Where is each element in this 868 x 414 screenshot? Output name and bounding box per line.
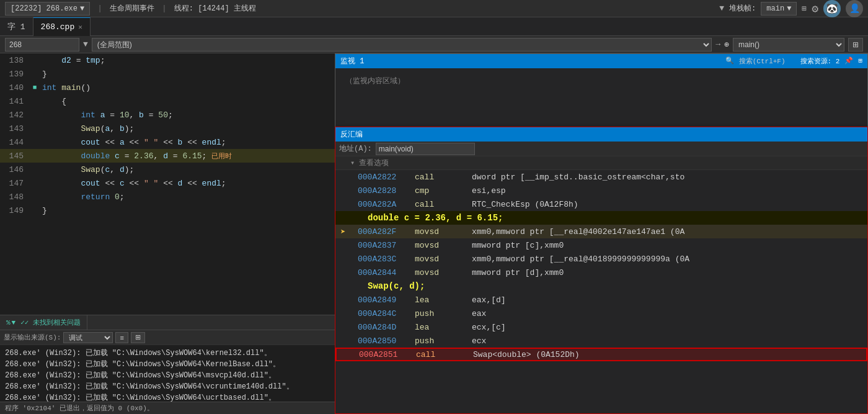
- line-num-141: 141: [0, 97, 30, 106]
- disasm-operand-9: eax: [472, 309, 862, 318]
- disasm-line-6: 000A283C movsd xmm0,mmword ptr [__real@4…: [335, 252, 867, 266]
- disasm-addr-2: 000A2828: [358, 186, 407, 196]
- line-content-144: cout << a << " " << b << endl;: [40, 138, 226, 147]
- disasm-op-7: movsd: [415, 268, 464, 277]
- view-options-arrow: ▾: [350, 159, 355, 168]
- process-dropdown-icon: ▼: [80, 4, 84, 13]
- disasm-line-9: 000A284C push eax: [335, 307, 867, 320]
- code-line-143: 143 Swap(a, b);: [0, 122, 335, 135]
- disasm-source-line-swap: Swap(c, d);: [335, 279, 867, 293]
- right-panel: 监视 1 🔍 搜索(Ctrl+F) 搜索资源: 2 📌 ⊞ （监视内容区域） 反…: [335, 53, 868, 414]
- toolbar2: ▼ (全局范围) → ⊕ main() ⊞: [0, 36, 868, 53]
- watch-search-placeholder: 搜索(Ctrl+F): [739, 56, 786, 66]
- disasm-line-10: 000A284D lea ecx,[c]: [335, 320, 867, 334]
- code-line-139: 139 }: [0, 67, 335, 81]
- scope-combo[interactable]: (全局范围): [92, 38, 712, 52]
- disasm-addr-11: 000A2850: [358, 336, 407, 346]
- code-line-142: 142 int a = 10, b = 50;: [0, 108, 335, 122]
- gear-icon[interactable]: ⚙: [812, 2, 818, 16]
- disasm-line-7: 000A2844 movsd mmword ptr [d],xmm0: [335, 266, 867, 279]
- no-issues-icon: ✓: [20, 318, 25, 326]
- process-selector[interactable]: [22232] 268.exe ▼: [5, 2, 90, 16]
- disasm-addr-4: 000A282F: [358, 227, 407, 236]
- disasm-op-9: push: [415, 309, 464, 318]
- watch-title: 监视 1 🔍 搜索(Ctrl+F) 搜索资源: 2 📌 ⊞: [335, 54, 867, 68]
- output-btn2[interactable]: ⊞: [131, 332, 145, 343]
- output-toolbar: 显示输出来源(S): 调试 ≡ ⊞: [0, 330, 335, 345]
- watch-tab-label[interactable]: 搜索资源: 2: [800, 56, 840, 66]
- disasm-operand-5: mmword ptr [c],xmm0: [472, 241, 862, 250]
- disasm-operand-8: eax,[d]: [472, 295, 862, 305]
- top-toolbar: [22232] 268.exe ▼ | 生命周期事件 | 线程: [14244]…: [0, 0, 868, 17]
- status-bar: 程序 '0x2104' 已退出，返回值为 0 (0x0)。: [0, 402, 335, 414]
- disasm-operand-7: mmword ptr [d],xmm0: [472, 268, 862, 277]
- no-issues-text: ✓ 未找到相关问题: [25, 318, 81, 327]
- output-panel: % ▼ ✓ ✓ 未找到相关问题 显示输出来源(S): 调试 ≡ ⊞ 268.ex…: [0, 315, 335, 414]
- disasm-arrow-icon: ➤: [340, 227, 350, 237]
- watch-pin-icon[interactable]: 📌: [844, 56, 853, 66]
- disasm-operand-11: ecx: [472, 336, 862, 346]
- output-tab-status: % ▼ ✓ ✓ 未找到相关问题: [0, 315, 87, 330]
- output-line-1: 268.exe' (Win32): 已加载 "C:\Windows\SysWOW…: [5, 348, 330, 359]
- watch-search-icon[interactable]: 🔍: [725, 56, 734, 66]
- disasm-op-10: lea: [415, 323, 464, 332]
- line-content-141: {: [40, 97, 66, 106]
- file-input[interactable]: [5, 38, 79, 52]
- code-line-138: 138 d2 = tmp;: [0, 53, 335, 67]
- disasm-addr-7: 000A2844: [358, 268, 407, 277]
- line-content-149: }: [40, 206, 47, 215]
- disasm-title-label: 反汇编: [340, 129, 363, 140]
- watch-title-label: 监视 1: [340, 56, 364, 66]
- line-content-146: Swap(c, d);: [40, 165, 134, 174]
- disasm-line-11: 000A2850 push ecx: [335, 334, 867, 348]
- status-dropdown[interactable]: ▼: [12, 319, 16, 326]
- disasm-title: 反汇编: [335, 127, 867, 142]
- disasm-op-3: call: [415, 200, 464, 209]
- line-num-139: 139: [0, 70, 30, 79]
- disasm-source-text-swap: Swap(c, d);: [368, 281, 425, 291]
- disasm-addr-6: 000A283C: [358, 254, 407, 264]
- tab-268cpp-close[interactable]: ✕: [78, 23, 82, 31]
- code-panel: 138 d2 = tmp; 139 } 140 ■ int main() 141: [0, 53, 335, 414]
- disasm-line-3: 000A282A call RTC_CheckEsp (0A12F8h): [335, 197, 867, 211]
- disasm-operand-2: esi,esp: [472, 186, 862, 196]
- disasm-source-line-c: double c = 2.36, d = 6.15;: [335, 211, 867, 225]
- line-content-148: return 0;: [40, 192, 125, 202]
- output-line-4: 268.exe' (Win32): 已加载 "C:\Windows\SysWOW…: [5, 381, 330, 392]
- line-content-147: cout << c << " " << d << endl;: [40, 179, 226, 188]
- disasm-op-4: movsd: [415, 227, 464, 236]
- avatar: 🐼: [823, 0, 841, 17]
- view-options[interactable]: ▾ 查看选项: [335, 156, 867, 170]
- output-btn1[interactable]: ≡: [115, 332, 128, 343]
- function-combo[interactable]: main(): [733, 38, 844, 52]
- disasm-source-text-c: double c = 2.36, d = 6.15;: [368, 213, 503, 223]
- expand-icon[interactable]: ⊞: [802, 4, 807, 14]
- disasm-op-6: movsd: [415, 254, 464, 264]
- disasm-op-2: cmp: [415, 186, 464, 196]
- code-line-145: 145 double c = 2.36, d = 6.15; 已用时: [0, 149, 335, 163]
- disasm-line-12: 000A2851 call Swap<double> (0A152Dh): [335, 348, 867, 361]
- line-num-138: 138: [0, 56, 30, 65]
- user-avatar: 👤: [846, 0, 863, 17]
- disasm-line-2: 000A2828 cmp esi,esp: [335, 184, 867, 197]
- line-annotation-145: 已用时: [211, 151, 232, 161]
- tab-268cpp[interactable]: 268.cpp ✕: [33, 17, 91, 36]
- line-indicator-140: ■: [30, 84, 40, 91]
- code-line-140: 140 ■ int main(): [0, 81, 335, 94]
- disasm-addr-input[interactable]: [376, 143, 475, 155]
- toolbar2-dropdown-icon: ▼: [83, 40, 88, 49]
- disasm-addr-9: 000A284C: [358, 309, 407, 318]
- watch-window: 监视 1 🔍 搜索(Ctrl+F) 搜索资源: 2 📌 ⊞ （监视内容区域）: [335, 53, 868, 128]
- tab-word1[interactable]: 字 1: [0, 17, 33, 36]
- watch-expand-icon[interactable]: ⊞: [858, 56, 862, 66]
- source-select[interactable]: 调试: [63, 332, 113, 343]
- tab-bar: 字 1 268.cpp ✕: [0, 17, 868, 36]
- line-content-145: double c = 2.36, d = 6.15;: [40, 151, 206, 161]
- stack-combo[interactable]: main ▼: [761, 2, 797, 16]
- func-icon: ⊕: [724, 40, 729, 50]
- top-separator2: |: [162, 4, 167, 13]
- line-num-149: 149: [0, 206, 30, 215]
- expand-btn[interactable]: ⊞: [848, 38, 863, 52]
- view-options-label: 查看选项: [359, 159, 389, 168]
- thread-label: 线程: [14244] 主线程: [174, 3, 256, 14]
